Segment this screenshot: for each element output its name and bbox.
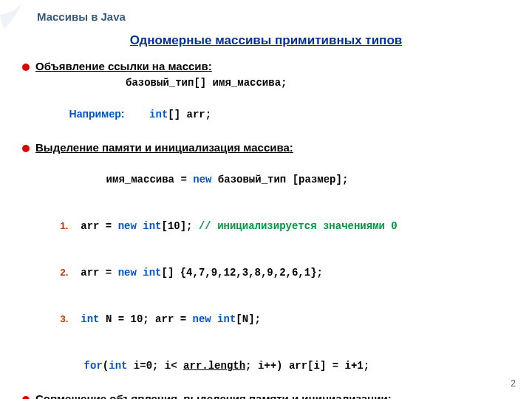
section-label: Совмещение объявления, выделения памяти … [35, 392, 392, 399]
bullet-icon [22, 396, 30, 399]
section-combined: Совмещение объявления, выделения памяти … [22, 392, 510, 399]
slide-title: Одномерные массивы примитивных типов [22, 33, 510, 48]
slide-content: Массивы в Java Одномерные массивы примит… [0, 0, 532, 399]
for-line: for(int i=0; i< arr.length; i++) arr[i] … [59, 343, 510, 389]
page-number: 2 [511, 378, 516, 389]
bullet-icon [22, 64, 30, 71]
section-label: Объявление ссылки на массив [35, 60, 212, 72]
topic-header: Массивы в Java [37, 10, 510, 23]
section-declaration: Объявление ссылки на массив [22, 60, 510, 72]
syntax-line: имя_массива = new базовый_тип [размер]; [81, 157, 510, 203]
list-item: 2. arr = new int[] {4,7,9,12,3,8,9,2,6,1… [35, 250, 510, 296]
example-line: Например: int[] arr; [44, 91, 510, 138]
section-allocation: Выделение памяти и инициализация массива [22, 141, 510, 154]
section-label: Выделение памяти и инициализация массива [35, 141, 293, 154]
bullet-icon [22, 145, 30, 152]
list-item: 1. arr = new int[10]; // инициализируетс… [35, 203, 510, 250]
list-item: 3. int N = 10; arr = new int[N]; [35, 296, 510, 343]
syntax-line: базовый_тип[] имя_массива; [126, 75, 510, 91]
